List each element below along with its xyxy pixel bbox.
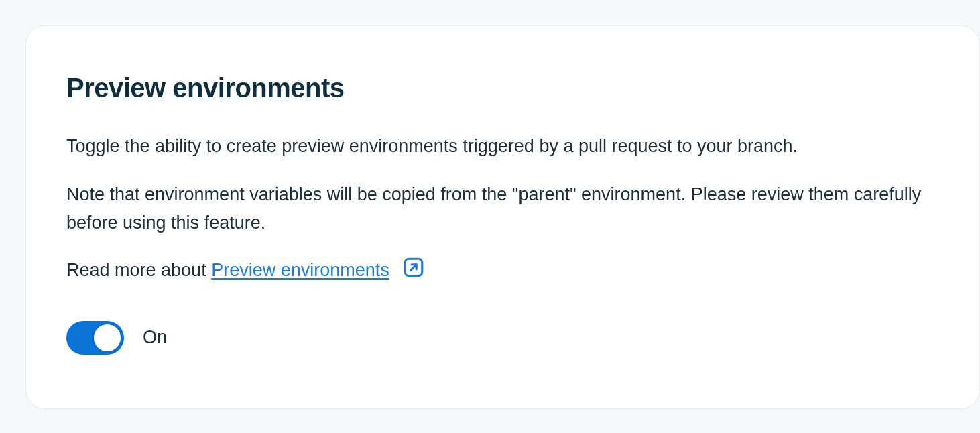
toggle-knob: [94, 324, 121, 351]
preview-environments-card: Preview environments Toggle the ability …: [25, 25, 980, 409]
toggle-row: On: [66, 321, 939, 355]
readmore-line: Read more about Preview environments: [66, 257, 939, 285]
readmore-link[interactable]: Preview environments: [211, 259, 389, 280]
readmore-prefix: Read more about: [66, 259, 211, 280]
external-link-icon: [402, 256, 425, 284]
preview-environments-toggle[interactable]: [66, 321, 124, 355]
card-description-1: Toggle the ability to create preview env…: [66, 133, 939, 161]
card-title: Preview environments: [66, 73, 939, 103]
toggle-state-label: On: [143, 327, 167, 348]
card-description-2: Note that environment variables will be …: [66, 181, 939, 237]
